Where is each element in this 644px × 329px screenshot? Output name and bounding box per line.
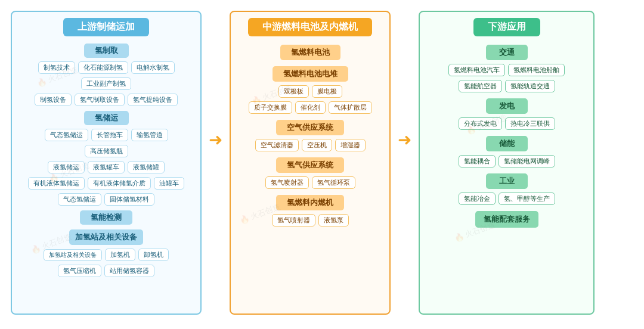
section-hydrogen-production: 氢制取 <box>84 44 129 58</box>
left-header: 上游制储运加 <box>63 18 149 36</box>
row-storage-4: 有机液体氢储运 有机液体储氢介质 油罐车 <box>18 177 194 190</box>
item-qiche: 氢燃料电池汽车 <box>448 64 505 76</box>
right-header: 下游应用 <box>473 18 540 36</box>
item-lvqingqi: 空气滤清器 <box>255 139 299 151</box>
item-qushebei: 氢气制取设备 <box>75 94 125 106</box>
item-zengshi: 增湿器 <box>335 139 366 151</box>
item-xunhuan: 氢气循环泵 <box>312 176 355 189</box>
item-kongya: 空压机 <box>302 139 332 151</box>
item-jiaqizhan: 加氢站及相关设备 <box>44 249 102 261</box>
mid-panel: 中游燃料电池及内燃机 氢燃料电池 氢燃料电池电堆 双极板 膜电极 质子交换膜 催… <box>230 11 391 315</box>
arrow-mid-right: ➜ <box>398 11 411 150</box>
item-zhiqijishu: 制氢技术 <box>38 61 75 74</box>
row-traffic-2: 氢能航空器 氢能轨道交通 <box>426 80 587 92</box>
item-huashizhiqi: 化石能源制氢 <box>78 61 128 74</box>
item-zhiqishebei: 制氢设备 <box>35 94 72 106</box>
section-station: 加氢站及相关设备 <box>69 229 143 245</box>
section-detection: 氢能检测 <box>80 210 132 225</box>
item-xieqiji: 卸氢机 <box>138 249 169 261</box>
arrow-icon-2: ➜ <box>398 130 411 150</box>
row-station-2: 氢气压缩机 站用储氢容器 <box>18 265 194 277</box>
mid-header: 中游燃料电池及内燃机 <box>248 18 372 36</box>
row-production-2: 工业副产制氢 <box>18 77 194 90</box>
section-hydrogen-supply: 氢气供应系统 <box>276 157 344 173</box>
section-air-supply: 空气供应系统 <box>276 120 344 135</box>
item-changguantuoche: 长管拖车 <box>91 129 128 141</box>
item-dianjie: 电解水制氢 <box>131 61 175 74</box>
item-zhizi: 质子交换膜 <box>249 101 292 114</box>
row-ic-1: 氢气喷射器 液氢泵 <box>237 214 383 226</box>
row-storage-2: 高压储氢瓶 <box>18 145 194 157</box>
item-yejin: 氢能冶金 <box>459 193 496 205</box>
item-jiaqiji: 加氢机 <box>105 249 135 261</box>
item-ouhe: 氢能耦合 <box>459 155 496 167</box>
item-youjiti: 有机液体储氢介质 <box>88 177 151 190</box>
item-qiti: 气体扩散层 <box>329 101 372 114</box>
row-stack-2: 质子交换膜 催化剂 气体扩散层 <box>237 101 383 114</box>
row-industry-1: 氢能冶金 氢、甲醇等生产 <box>426 193 587 205</box>
section-power: 发电 <box>486 98 528 114</box>
item-yeqing: 液氢储运 <box>48 161 85 173</box>
item-yasuoji: 氢气压缩机 <box>58 265 101 277</box>
row-storage-3: 液氢储运 液氢罐车 液氢储罐 <box>18 161 194 173</box>
section-internal-combustion: 氢燃料内燃机 <box>276 195 344 210</box>
item-youji: 有机液体氢储运 <box>28 177 85 190</box>
item-gongye: 工业副产制氢 <box>81 77 131 90</box>
item-cuihua: 催化剂 <box>295 101 326 114</box>
section-storage: 氢储运 <box>84 111 129 125</box>
item-zhanyong: 站用储氢容器 <box>104 265 154 277</box>
row-production-3: 制氢设备 氢气制取设备 氢气提纯设备 <box>18 94 194 106</box>
item-yeqingbeng: 液氢泵 <box>318 214 349 226</box>
row-storage-5: 气态氢储运 固体储氢材料 <box>18 193 194 206</box>
item-modianyj: 膜电极 <box>312 85 342 98</box>
item-tijun: 氢气提纯设备 <box>128 94 178 106</box>
arrow-left-mid: ➜ <box>209 11 222 150</box>
item-guti: 固体储氢材料 <box>104 193 154 206</box>
item-penshejo: 氢气喷射器 <box>265 176 309 189</box>
section-traffic: 交通 <box>486 45 528 60</box>
item-youguanche: 油罐车 <box>154 177 184 190</box>
row-air-1: 空气滤清器 空压机 增湿器 <box>237 139 383 151</box>
item-penshq2: 氢气喷射器 <box>272 214 315 226</box>
row-hydrogen-supply-1: 氢气喷射器 氢气循环泵 <box>237 176 383 189</box>
row-stack-1: 双极板 膜电极 <box>237 85 383 98</box>
item-hangkong: 氢能航空器 <box>459 80 502 92</box>
section-storage-energy: 储能 <box>486 136 528 151</box>
item-shuguan: 输氢管道 <box>131 129 168 141</box>
item-yeqingcang: 液氢储罐 <box>128 161 165 173</box>
item-gaoya: 高压储氢瓶 <box>85 145 128 157</box>
row-traffic-1: 氢燃料电池汽车 氢燃料电池船舶 <box>426 64 587 76</box>
section-cell-stack: 氢燃料电池电堆 <box>273 66 348 82</box>
row-storage-1: 气态氢储运 长管拖车 输氢管道 <box>18 129 194 141</box>
item-diaofen: 氢储能电网调峰 <box>499 155 555 167</box>
right-panel: 下游应用 交通 氢燃料电池汽车 氢燃料电池船舶 氢能航空器 氢能轨道交通 发电 … <box>419 11 595 315</box>
section-fuel-cell: 氢燃料电池 <box>280 45 340 60</box>
row-production-1: 制氢技术 化石能源制氢 电解水制氢 <box>18 61 194 74</box>
row-storage-energy-1: 氢能耦合 氢储能电网调峰 <box>426 155 587 167</box>
arrow-icon-1: ➜ <box>209 130 222 150</box>
item-guidao: 氢能轨道交通 <box>505 80 555 92</box>
row-power-1: 分布式发电 热电冷三联供 <box>426 117 587 130</box>
item-fenbu: 分布式发电 <box>459 117 502 130</box>
item-shuangjiban: 双极板 <box>278 85 309 98</box>
item-chuanbo: 氢燃料电池船舶 <box>508 64 565 76</box>
item-yeqingche: 液氢罐车 <box>88 161 125 173</box>
item-qitai1: 气态氢储运 <box>45 129 88 141</box>
row-station-1: 加氢站及相关设备 加氢机 卸氢机 <box>18 249 194 261</box>
item-redian: 热电冷三联供 <box>505 117 555 130</box>
item-jiachun: 氢、甲醇等生产 <box>499 193 555 205</box>
section-service: 氢能配套服务 <box>475 211 538 228</box>
left-panel: 上游制储运加 氢制取 制氢技术 化石能源制氢 电解水制氢 工业副产制氢 制氢设备… <box>11 11 202 315</box>
item-qitai2: 气态氢储运 <box>58 193 101 206</box>
section-industry: 工业 <box>486 173 528 189</box>
